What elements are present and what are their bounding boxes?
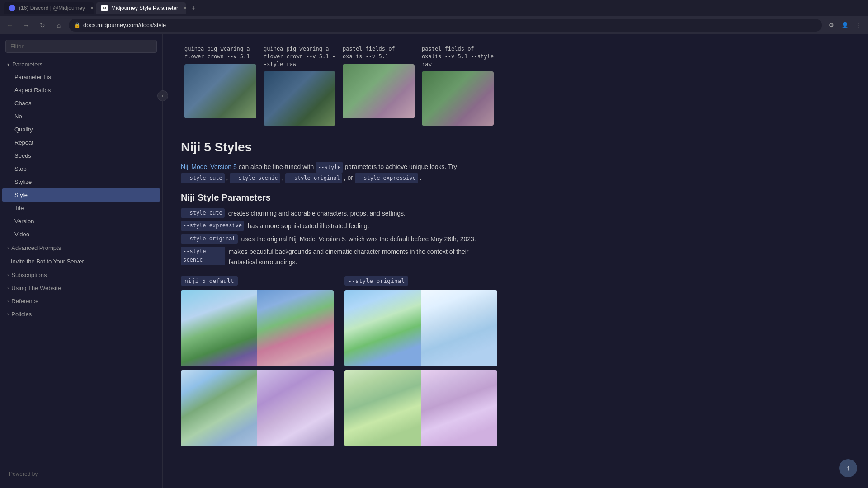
tab-mj-label: Midjourney Style Parameter [111, 5, 178, 11]
sidebar-item-seeds[interactable]: Seeds [2, 149, 160, 162]
top-img-caption-2: guinea pig wearing a flower crown --v 5.… [264, 45, 335, 68]
scroll-up-button[interactable]: ↑ [839, 459, 857, 477]
top-img-caption-3: pastel fields of oxalis --v 5.1 [343, 45, 415, 61]
chevron-right-icon-policies: › [7, 312, 9, 317]
intro-text2: parameters to achieve unique looks. Try [345, 163, 457, 170]
lock-icon: 🔒 [74, 22, 80, 28]
top-img-2 [264, 71, 335, 126]
sidebar-item-invite[interactable]: Invite the Bot to Your Server [2, 255, 160, 268]
home-button[interactable]: ⌂ [52, 19, 65, 32]
sidebar-section-subscriptions-header[interactable]: › Subscriptions [0, 269, 162, 281]
sidebar-section-policies-header[interactable]: › Policies [0, 308, 162, 320]
menu-button[interactable]: ⋮ [853, 19, 864, 31]
chevron-right-icon-website: › [7, 286, 9, 291]
tab-mj-close[interactable]: × [184, 5, 186, 11]
sidebar-item-chaos[interactable]: Chaos [2, 97, 160, 110]
tab-discord-close[interactable]: × [90, 5, 94, 11]
extensions-button[interactable]: ⚙ [826, 19, 837, 31]
grid-cell-d1 [181, 290, 257, 366]
page-wrapper: ▾ Parameters Parameter List Aspect Ratio… [0, 34, 868, 488]
sidebar-section-policies-label: Policies [11, 311, 32, 318]
grid-default-top [181, 290, 334, 366]
grid-cell-o2 [421, 290, 497, 366]
sidebar-item-no[interactable]: No [2, 110, 160, 123]
code-style-cute: --style cute [181, 173, 225, 183]
grid-label-default: niji 5 default [181, 276, 238, 286]
grid-cell-o3 [344, 370, 421, 446]
top-img-caption-4: pastel fields of oxalis --v 5.1 --style … [422, 45, 494, 68]
grid-default-bottom [181, 370, 334, 446]
niji-link[interactable]: Niji Model Version 5 [181, 163, 237, 170]
style-scenic-code: --style scenic [181, 247, 225, 265]
grid-col-default: niji 5 default [181, 276, 334, 450]
sidebar-section-subscriptions: › Subscriptions [0, 269, 162, 281]
sidebar-section-website-label: Using The Website [11, 285, 61, 291]
sidebar-section-reference-header[interactable]: › Reference [0, 295, 162, 307]
back-button[interactable]: ← [4, 19, 16, 32]
sidebar-section-advanced-header[interactable]: › Advanced Prompts [0, 242, 162, 254]
style-params-list: --style cute creates charming and adorab… [181, 208, 497, 267]
new-tab-button[interactable]: + [188, 3, 199, 14]
style-param-cute: --style cute creates charming and adorab… [181, 208, 497, 218]
sidebar-section-advanced-label: Advanced Prompts [11, 244, 61, 251]
sidebar-item-stylize[interactable]: Stylize [2, 175, 160, 188]
sidebar-section-parameters-label: Parameters [12, 61, 42, 68]
sidebar-item-aspect-ratios[interactable]: Aspect Ratios [2, 84, 160, 97]
sidebar-section-website-header[interactable]: › Using The Website [0, 282, 162, 294]
text-cursor [241, 249, 241, 255]
forward-button[interactable]: → [20, 19, 33, 32]
mj-favicon: M [101, 5, 108, 11]
profile-button[interactable]: 👤 [839, 19, 851, 31]
sidebar-item-quality[interactable]: Quality [2, 123, 160, 136]
grid-cell-d2 [257, 290, 334, 366]
sidebar-section-parameters-header[interactable]: ▾ Parameters [0, 58, 162, 70]
top-img-col-4: pastel fields of oxalis --v 5.1 --style … [418, 45, 497, 126]
sidebar-item-stop[interactable]: Stop [2, 162, 160, 175]
sidebar-toggle-button[interactable]: ‹ [157, 90, 168, 101]
intro-text5: , or [344, 174, 355, 181]
grid-original-top [344, 290, 497, 366]
powered-by-label: Powered by [0, 465, 162, 483]
filter-input[interactable] [5, 40, 157, 53]
address-bar[interactable]: 🔒 docs.midjourney.com/docs/style [69, 19, 822, 32]
sidebar-item-repeat[interactable]: Repeat [2, 136, 160, 149]
sidebar-item-video[interactable]: Video [2, 228, 160, 241]
style-expressive-desc: has a more sophisticated illustrated fee… [248, 221, 369, 231]
grid-original-bottom [344, 370, 497, 446]
top-img-col-2: guinea pig wearing a flower crown --v 5.… [260, 45, 339, 126]
chevron-right-icon-advanced: › [7, 245, 9, 250]
tab-mj[interactable]: M Midjourney Style Parameter × [96, 2, 186, 14]
sidebar-item-version[interactable]: Version [2, 215, 160, 228]
niji-style-subtitle: Niji Style Parameters [181, 192, 497, 203]
code-style: --style [316, 162, 343, 172]
top-images-row: guinea pig wearing a flower crown --v 5.… [181, 45, 497, 126]
sidebar-item-style[interactable]: Style [2, 188, 160, 202]
style-scenic-desc: makes beautiful backgrounds and cinemati… [229, 247, 497, 267]
sidebar-item-parameter-list[interactable]: Parameter List [2, 70, 160, 84]
grid-cell-d4 [257, 370, 334, 446]
top-img-col-1: guinea pig wearing a flower crown --v 5.… [181, 45, 260, 126]
url-text: docs.midjourney.com/docs/style [83, 22, 166, 28]
content-area: guinea pig wearing a flower crown --v 5.… [163, 34, 515, 461]
sidebar-item-tile[interactable]: Tile [2, 202, 160, 215]
intro-text3: , [226, 174, 230, 181]
sidebar-section-reference: › Reference [0, 295, 162, 307]
code-style-original: --style original [285, 173, 342, 183]
sidebar: ▾ Parameters Parameter List Aspect Ratio… [0, 34, 163, 488]
grid-label-original: --style original [344, 276, 408, 286]
reload-button[interactable]: ↻ [36, 19, 49, 32]
image-grid-section: niji 5 default --style original [181, 276, 497, 450]
style-original-desc: uses the original Niji Model Version 5, … [241, 234, 476, 244]
tab-discord[interactable]: (16) Discord | @Midjourney × [4, 2, 94, 14]
chevron-right-icon-reference: › [7, 299, 9, 304]
code-style-expressive: --style expressive [355, 173, 418, 183]
main-content: guinea pig wearing a flower crown --v 5.… [163, 34, 868, 488]
top-img-1 [184, 64, 256, 118]
style-param-original: --style original uses the original Niji … [181, 234, 497, 244]
grid-col-original: --style original [344, 276, 497, 450]
style-expressive-code: --style expressive [181, 221, 244, 230]
grid-cell-d3 [181, 370, 257, 446]
grid-cell-o4 [421, 370, 497, 446]
style-original-code: --style original [181, 234, 238, 244]
chevron-down-icon: ▾ [7, 62, 9, 67]
